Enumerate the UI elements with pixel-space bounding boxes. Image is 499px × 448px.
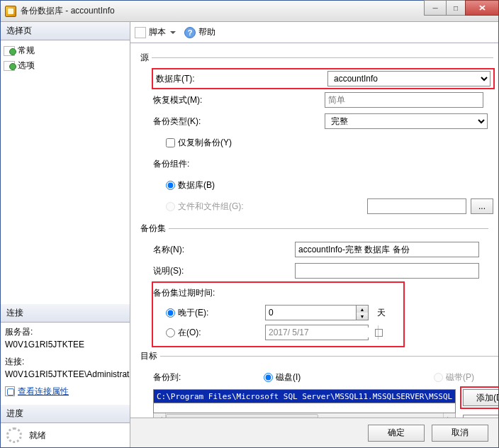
cancel-button[interactable]: 取消 <box>432 425 488 442</box>
destination-group: 目标 备份到: 磁盘(I) 磁带(P) <box>140 350 498 418</box>
spin-up-icon[interactable]: ▲ <box>357 306 368 313</box>
filegroup-field <box>367 198 466 214</box>
expire-on-input[interactable] <box>166 328 175 337</box>
expire-date-value[interactable] <box>266 327 378 337</box>
copy-only-label: 仅复制备份(Y) <box>178 137 232 149</box>
minimize-button[interactable]: ─ <box>424 0 447 16</box>
component-db-label: 数据库(B) <box>178 179 215 191</box>
conn-value: W0V1G1RI5JTKTEE\Administrat <box>5 368 125 381</box>
content: 源 数据库(T): accountInfo 恢复模式(M): 备份类型(K): <box>130 43 498 418</box>
spin-buttons[interactable]: ▲▼ <box>356 305 369 320</box>
destination-list[interactable]: C:\Program Files\Microsoft SQL Server\MS… <box>153 389 456 403</box>
sidebar-header-pages: 选择页 <box>1 22 130 40</box>
calendar-icon[interactable] <box>378 325 379 340</box>
scroll-thumb[interactable] <box>166 414 318 418</box>
help-label: 帮助 <box>198 26 215 38</box>
disk-input[interactable] <box>264 373 273 382</box>
destination-buttons: 添加(D)... 删除(R) 内容(C) <box>463 389 498 418</box>
window-title: 备份数据库 - accountInfo <box>21 5 424 17</box>
tape-radio: 磁带(P) <box>434 371 474 383</box>
component-files-row: 文件和文件组(G): ... <box>153 197 493 215</box>
database-row: 数据库(T): accountInfo <box>153 69 493 88</box>
chevron-down-icon <box>170 31 176 34</box>
desc-input[interactable] <box>295 263 479 279</box>
name-row: 名称(N): <box>153 240 488 259</box>
expire-days-unit: 天 <box>377 307 386 319</box>
maximize-button[interactable]: □ <box>446 0 466 16</box>
desc-row: 说明(S): <box>153 262 488 280</box>
app-icon <box>5 6 16 17</box>
backup-to-row: 备份到: 磁盘(I) 磁带(P) <box>153 368 498 386</box>
source-group: 源 数据库(T): accountInfo 恢复模式(M): 备份类型(K): <box>140 52 493 218</box>
expire-after-row: 晚于(E): ▲▼ 天 <box>153 303 396 322</box>
desc-label: 说明(S): <box>153 265 295 277</box>
component-label-row: 备份组件: <box>153 155 493 173</box>
link-label: 查看连接属性 <box>18 385 69 398</box>
destination-list-body[interactable] <box>153 403 456 413</box>
disk-radio[interactable]: 磁盘(I) <box>264 371 434 383</box>
destination-legend: 目标 <box>140 350 160 362</box>
scroll-track[interactable] <box>166 413 443 418</box>
database-label: 数据库(T): <box>156 73 327 85</box>
sidebar-item-options[interactable]: 选项 <box>2 58 128 73</box>
progress-block: 就绪 <box>1 423 130 447</box>
component-files-label: 文件和文件组(G): <box>178 201 244 213</box>
server-value: W0V1G1RI5JTKTEE <box>5 338 125 351</box>
tape-input <box>434 373 443 382</box>
copy-only-checkbox[interactable]: 仅复制备份(Y) <box>166 137 232 149</box>
expire-days-input[interactable] <box>265 305 356 320</box>
recovery-row: 恢复模式(M): <box>153 91 493 109</box>
footer: 确定 取消 <box>130 418 498 447</box>
help-button[interactable]: ? 帮助 <box>184 26 215 38</box>
titlebar: 备份数据库 - accountInfo ─ □ ✕ <box>1 1 498 22</box>
sidebar-item-label: 选项 <box>18 60 35 72</box>
dialog-window: 备份数据库 - accountInfo ─ □ ✕ 选择页 常规 选项 连接 服… <box>0 0 499 448</box>
sidebar-pages: 常规 选项 <box>1 40 130 304</box>
component-files-input <box>166 202 175 211</box>
copy-only-input[interactable] <box>166 138 175 147</box>
database-select[interactable]: accountInfo <box>327 71 490 86</box>
component-files-radio: 文件和文件组(G): <box>166 201 244 213</box>
script-icon <box>135 27 146 38</box>
backup-type-select[interactable]: 完整 <box>325 113 488 129</box>
connection-info: 服务器: W0V1G1RI5JTKTEE 连接: W0V1G1RI5JTKTEE… <box>1 323 130 405</box>
expire-on-label: 在(O): <box>178 327 201 339</box>
tape-label: 磁带(P) <box>446 371 474 383</box>
add-button[interactable]: 添加(D)... <box>463 389 498 406</box>
toolbar: 脚本 ? 帮助 <box>130 22 498 43</box>
ok-button[interactable]: 确定 <box>368 425 425 442</box>
main-panel: 脚本 ? 帮助 源 数据库(T): accountInfo <box>130 22 498 447</box>
backupset-group: 备份集 名称(N): 说明(S): 备份集过期时间: <box>140 223 488 346</box>
script-label: 脚本 <box>149 26 166 38</box>
sidebar-item-label: 常规 <box>18 45 35 57</box>
backupset-legend: 备份集 <box>140 223 169 235</box>
spinner-icon <box>6 427 22 443</box>
expire-days-spinner[interactable]: ▲▼ <box>265 305 369 320</box>
destination-list-row: C:\Program Files\Microsoft SQL Server\MS… <box>153 389 498 418</box>
recovery-value <box>325 92 483 108</box>
component-db-input[interactable] <box>166 181 175 190</box>
script-button[interactable]: 脚本 <box>135 26 176 38</box>
expire-after-input[interactable] <box>166 308 175 318</box>
h-scrollbar[interactable]: ◀ ▶ <box>153 413 456 418</box>
copy-only-row: 仅复制备份(Y) <box>153 133 493 152</box>
props-icon <box>5 386 15 396</box>
conn-label: 连接: <box>5 355 125 368</box>
expire-date-picker[interactable] <box>265 325 369 340</box>
name-label: 名称(N): <box>153 244 295 256</box>
filegroup-browse-button[interactable]: ... <box>471 198 493 214</box>
sidebar-header-progress: 进度 <box>1 405 130 423</box>
name-input[interactable] <box>295 242 479 257</box>
close-button[interactable]: ✕ <box>465 0 499 16</box>
expire-after-radio[interactable]: 晚于(E): <box>166 307 265 319</box>
recovery-label: 恢复模式(M): <box>153 94 325 106</box>
view-connection-props-link[interactable]: 查看连接属性 <box>5 385 125 398</box>
component-label: 备份组件: <box>153 158 259 170</box>
spin-down-icon[interactable]: ▼ <box>357 313 368 320</box>
expire-box: 备份集过期时间: 晚于(E): ▲▼ 天 <box>153 283 403 346</box>
sidebar-item-general[interactable]: 常规 <box>2 43 128 58</box>
backup-type-label: 备份类型(K): <box>153 116 325 128</box>
body: 选择页 常规 选项 连接 服务器: W0V1G1RI5JTKTEE 连接: W0… <box>1 22 498 447</box>
expire-on-radio[interactable]: 在(O): <box>166 327 265 339</box>
component-database-radio[interactable]: 数据库(B) <box>166 179 215 191</box>
